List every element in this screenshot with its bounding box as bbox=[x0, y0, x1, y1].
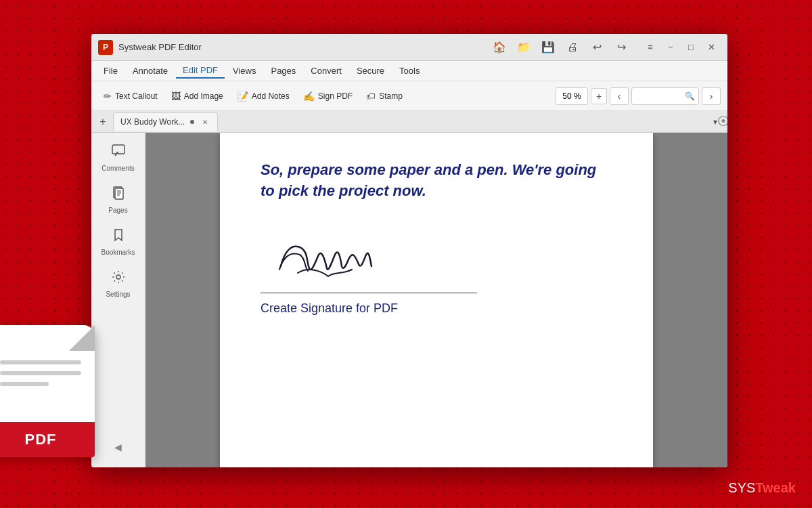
redo-button[interactable]: ↪ bbox=[612, 39, 630, 56]
menu-secure[interactable]: Secure bbox=[350, 64, 391, 78]
pdf-file-icon: PDF bbox=[0, 325, 112, 474]
menu-annotate[interactable]: Annotate bbox=[126, 64, 175, 78]
titlebar-nav: 🏠 📁 💾 🖨 ↩ ↪ bbox=[491, 39, 630, 56]
print-button[interactable]: 🖨 bbox=[564, 39, 581, 56]
zoom-controls: + ‹ 🔍 › bbox=[556, 87, 721, 105]
menu-convert[interactable]: Convert bbox=[304, 64, 348, 78]
svg-rect-2 bbox=[115, 188, 123, 199]
comments-icon bbox=[111, 144, 126, 162]
pdf-page: So, prepare some paper and a pen. We're … bbox=[220, 133, 653, 467]
menubar: File Annotate Edit PDF Views Pages Conve… bbox=[91, 61, 727, 81]
svg-point-6 bbox=[116, 275, 120, 279]
home-button[interactable]: 🏠 bbox=[491, 39, 508, 56]
sign-pdf-icon: ✍ bbox=[303, 91, 315, 102]
search-container: 🔍 bbox=[631, 87, 699, 105]
stamp-icon: 🏷 bbox=[366, 91, 376, 102]
pages-icon bbox=[111, 186, 126, 204]
sidebar-item-comments[interactable]: Comments bbox=[95, 140, 142, 176]
app-window: P Systweak PDF Editor 🏠 📁 💾 🖨 ↩ ↪ ≡ − □ … bbox=[91, 34, 727, 467]
sidebar-collapse-button[interactable]: ◀ bbox=[112, 432, 125, 462]
save-button[interactable]: 💾 bbox=[539, 39, 557, 56]
pdf-line-1 bbox=[0, 360, 81, 364]
sign-pdf-button[interactable]: ✍ Sign PDF bbox=[298, 88, 358, 104]
signature-image bbox=[261, 222, 436, 290]
menu-edit-pdf[interactable]: Edit PDF bbox=[176, 63, 225, 79]
tabbar: + UX Buddy Work... ✕ ▾ ⦿ bbox=[91, 111, 727, 133]
maximize-button[interactable]: □ bbox=[681, 38, 700, 57]
svg-rect-0 bbox=[112, 145, 125, 154]
pdf-line-3 bbox=[0, 382, 49, 386]
app-title: Systweak PDF Editor bbox=[118, 42, 491, 52]
pdf-viewer: So, prepare some paper and a pen. We're … bbox=[145, 133, 727, 467]
zoom-plus-button[interactable]: + bbox=[591, 88, 607, 104]
settings-label: Settings bbox=[106, 291, 130, 298]
signature-area: Create Signature for PDF bbox=[261, 222, 612, 316]
add-image-icon: 🖼 bbox=[171, 91, 181, 102]
signature-line bbox=[261, 293, 477, 293]
stamp-button[interactable]: 🏷 Stamp bbox=[361, 88, 408, 104]
content-area: Comments Pages bbox=[91, 133, 727, 467]
minimize-button[interactable]: − bbox=[661, 38, 680, 57]
comments-label: Comments bbox=[102, 165, 134, 172]
document-tab[interactable]: UX Buddy Work... ✕ bbox=[113, 112, 218, 131]
pdf-badge: PDF bbox=[0, 422, 95, 457]
tab-close-button[interactable]: ✕ bbox=[200, 117, 210, 127]
close-button[interactable]: ✕ bbox=[702, 38, 721, 57]
pdf-line-2 bbox=[0, 371, 81, 375]
menu-button[interactable]: ≡ bbox=[641, 38, 660, 57]
toolbar: ✏ Text Callout 🖼 Add Image 📝 Add Notes ✍… bbox=[91, 81, 727, 111]
add-image-button[interactable]: 🖼 Add Image bbox=[166, 88, 229, 104]
menu-pages[interactable]: Pages bbox=[264, 64, 302, 78]
open-folder-button[interactable]: 📁 bbox=[515, 39, 533, 56]
page-prev-button[interactable]: ‹ bbox=[610, 87, 629, 105]
brand-sys: SYS bbox=[728, 480, 755, 495]
unsaved-indicator bbox=[190, 120, 194, 124]
pdf-icon-body: PDF bbox=[0, 325, 95, 457]
new-tab-button[interactable]: + bbox=[94, 113, 112, 131]
menu-file[interactable]: File bbox=[97, 64, 125, 78]
sidebar-item-pages[interactable]: Pages bbox=[95, 182, 142, 218]
sidebar-item-settings[interactable]: Settings bbox=[95, 266, 142, 302]
titlebar: P Systweak PDF Editor 🏠 📁 💾 🖨 ↩ ↪ ≡ − □ … bbox=[91, 34, 727, 61]
brand-tweak: Tweak bbox=[755, 480, 796, 495]
bookmarks-icon bbox=[111, 228, 126, 246]
text-callout-button[interactable]: ✏ Text Callout bbox=[98, 88, 163, 104]
search-input[interactable] bbox=[631, 87, 699, 105]
sidebar-item-bookmarks[interactable]: Bookmarks bbox=[95, 224, 142, 260]
page-next-button[interactable]: › bbox=[702, 87, 721, 105]
add-notes-icon: 📝 bbox=[237, 91, 248, 102]
window-controls: ≡ − □ ✕ bbox=[641, 38, 721, 57]
settings-icon bbox=[111, 270, 126, 288]
pdf-body-text: So, prepare some paper and a pen. We're … bbox=[261, 160, 612, 202]
menu-tools[interactable]: Tools bbox=[392, 64, 426, 78]
text-callout-icon: ✏ bbox=[104, 91, 112, 102]
undo-button[interactable]: ↩ bbox=[588, 39, 606, 56]
signature-label: Create Signature for PDF bbox=[261, 301, 398, 316]
tab-title: UX Buddy Work... bbox=[120, 117, 185, 127]
pdf-icon-lines bbox=[0, 325, 95, 394]
split-view-button[interactable]: ⦿ bbox=[719, 111, 727, 133]
bookmarks-label: Bookmarks bbox=[101, 249, 135, 256]
add-notes-button[interactable]: 📝 Add Notes bbox=[231, 88, 295, 104]
app-logo: P bbox=[98, 40, 113, 55]
pdf-badge-text: PDF bbox=[25, 431, 57, 448]
systweak-branding: SYSTweak bbox=[728, 480, 796, 496]
zoom-input[interactable] bbox=[556, 87, 588, 105]
pages-label: Pages bbox=[108, 207, 127, 214]
menu-views[interactable]: Views bbox=[226, 64, 263, 78]
